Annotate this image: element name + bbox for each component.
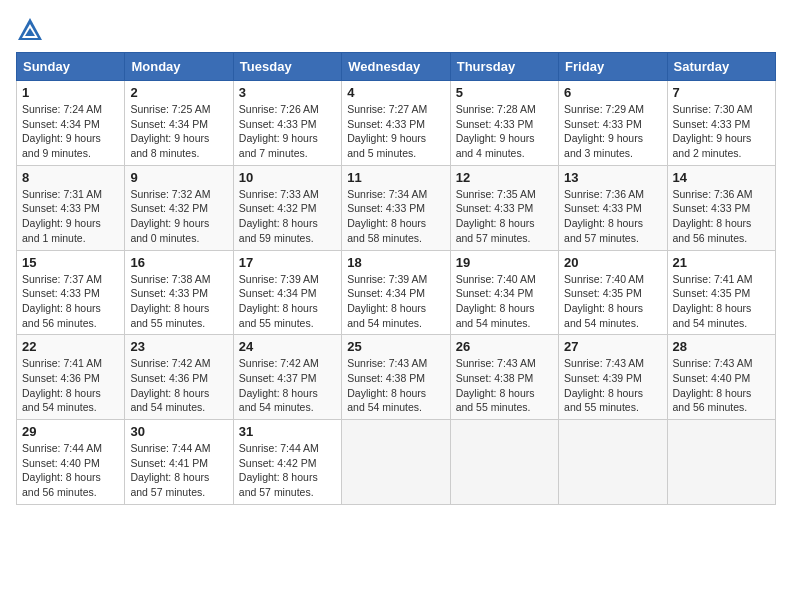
day-number: 3 <box>239 85 336 100</box>
day-number: 26 <box>456 339 553 354</box>
day-number: 17 <box>239 255 336 270</box>
day-number: 19 <box>456 255 553 270</box>
calendar-week-1: 1Sunrise: 7:24 AMSunset: 4:34 PMDaylight… <box>17 81 776 166</box>
day-detail: Sunrise: 7:36 AMSunset: 4:33 PMDaylight:… <box>673 187 770 246</box>
day-number: 16 <box>130 255 227 270</box>
calendar-cell: 14Sunrise: 7:36 AMSunset: 4:33 PMDayligh… <box>667 165 775 250</box>
day-number: 2 <box>130 85 227 100</box>
calendar-cell: 15Sunrise: 7:37 AMSunset: 4:33 PMDayligh… <box>17 250 125 335</box>
day-detail: Sunrise: 7:44 AMSunset: 4:41 PMDaylight:… <box>130 441 227 500</box>
calendar-cell: 30Sunrise: 7:44 AMSunset: 4:41 PMDayligh… <box>125 420 233 505</box>
day-number: 10 <box>239 170 336 185</box>
day-detail: Sunrise: 7:34 AMSunset: 4:33 PMDaylight:… <box>347 187 444 246</box>
day-number: 25 <box>347 339 444 354</box>
day-number: 22 <box>22 339 119 354</box>
day-number: 6 <box>564 85 661 100</box>
day-detail: Sunrise: 7:36 AMSunset: 4:33 PMDaylight:… <box>564 187 661 246</box>
day-detail: Sunrise: 7:42 AMSunset: 4:36 PMDaylight:… <box>130 356 227 415</box>
calendar-week-3: 15Sunrise: 7:37 AMSunset: 4:33 PMDayligh… <box>17 250 776 335</box>
calendar-cell: 12Sunrise: 7:35 AMSunset: 4:33 PMDayligh… <box>450 165 558 250</box>
calendar-cell: 6Sunrise: 7:29 AMSunset: 4:33 PMDaylight… <box>559 81 667 166</box>
day-number: 11 <box>347 170 444 185</box>
day-detail: Sunrise: 7:42 AMSunset: 4:37 PMDaylight:… <box>239 356 336 415</box>
calendar-cell: 11Sunrise: 7:34 AMSunset: 4:33 PMDayligh… <box>342 165 450 250</box>
calendar-table: SundayMondayTuesdayWednesdayThursdayFrid… <box>16 52 776 505</box>
calendar-cell: 9Sunrise: 7:32 AMSunset: 4:32 PMDaylight… <box>125 165 233 250</box>
day-number: 8 <box>22 170 119 185</box>
header-cell-sunday: Sunday <box>17 53 125 81</box>
day-detail: Sunrise: 7:43 AMSunset: 4:38 PMDaylight:… <box>456 356 553 415</box>
header-cell-tuesday: Tuesday <box>233 53 341 81</box>
calendar-cell: 16Sunrise: 7:38 AMSunset: 4:33 PMDayligh… <box>125 250 233 335</box>
calendar-cell: 4Sunrise: 7:27 AMSunset: 4:33 PMDaylight… <box>342 81 450 166</box>
day-number: 5 <box>456 85 553 100</box>
header-cell-wednesday: Wednesday <box>342 53 450 81</box>
day-detail: Sunrise: 7:29 AMSunset: 4:33 PMDaylight:… <box>564 102 661 161</box>
day-number: 15 <box>22 255 119 270</box>
logo-icon <box>16 16 44 44</box>
day-detail: Sunrise: 7:44 AMSunset: 4:42 PMDaylight:… <box>239 441 336 500</box>
day-number: 27 <box>564 339 661 354</box>
day-detail: Sunrise: 7:43 AMSunset: 4:38 PMDaylight:… <box>347 356 444 415</box>
calendar-cell: 21Sunrise: 7:41 AMSunset: 4:35 PMDayligh… <box>667 250 775 335</box>
calendar-cell: 18Sunrise: 7:39 AMSunset: 4:34 PMDayligh… <box>342 250 450 335</box>
calendar-cell: 19Sunrise: 7:40 AMSunset: 4:34 PMDayligh… <box>450 250 558 335</box>
day-number: 7 <box>673 85 770 100</box>
day-number: 29 <box>22 424 119 439</box>
calendar-week-2: 8Sunrise: 7:31 AMSunset: 4:33 PMDaylight… <box>17 165 776 250</box>
calendar-week-4: 22Sunrise: 7:41 AMSunset: 4:36 PMDayligh… <box>17 335 776 420</box>
calendar-cell: 8Sunrise: 7:31 AMSunset: 4:33 PMDaylight… <box>17 165 125 250</box>
calendar-cell: 22Sunrise: 7:41 AMSunset: 4:36 PMDayligh… <box>17 335 125 420</box>
calendar-cell: 29Sunrise: 7:44 AMSunset: 4:40 PMDayligh… <box>17 420 125 505</box>
calendar-cell: 23Sunrise: 7:42 AMSunset: 4:36 PMDayligh… <box>125 335 233 420</box>
day-number: 20 <box>564 255 661 270</box>
day-number: 18 <box>347 255 444 270</box>
header-cell-friday: Friday <box>559 53 667 81</box>
day-number: 1 <box>22 85 119 100</box>
calendar-cell: 31Sunrise: 7:44 AMSunset: 4:42 PMDayligh… <box>233 420 341 505</box>
calendar-cell <box>667 420 775 505</box>
day-detail: Sunrise: 7:32 AMSunset: 4:32 PMDaylight:… <box>130 187 227 246</box>
calendar-cell: 25Sunrise: 7:43 AMSunset: 4:38 PMDayligh… <box>342 335 450 420</box>
day-number: 4 <box>347 85 444 100</box>
header-cell-thursday: Thursday <box>450 53 558 81</box>
day-number: 14 <box>673 170 770 185</box>
day-number: 12 <box>456 170 553 185</box>
day-detail: Sunrise: 7:25 AMSunset: 4:34 PMDaylight:… <box>130 102 227 161</box>
calendar-cell: 13Sunrise: 7:36 AMSunset: 4:33 PMDayligh… <box>559 165 667 250</box>
day-number: 24 <box>239 339 336 354</box>
day-detail: Sunrise: 7:41 AMSunset: 4:36 PMDaylight:… <box>22 356 119 415</box>
calendar-cell: 5Sunrise: 7:28 AMSunset: 4:33 PMDaylight… <box>450 81 558 166</box>
calendar-cell: 2Sunrise: 7:25 AMSunset: 4:34 PMDaylight… <box>125 81 233 166</box>
day-number: 31 <box>239 424 336 439</box>
day-detail: Sunrise: 7:35 AMSunset: 4:33 PMDaylight:… <box>456 187 553 246</box>
header-cell-saturday: Saturday <box>667 53 775 81</box>
day-detail: Sunrise: 7:28 AMSunset: 4:33 PMDaylight:… <box>456 102 553 161</box>
calendar-cell: 20Sunrise: 7:40 AMSunset: 4:35 PMDayligh… <box>559 250 667 335</box>
day-detail: Sunrise: 7:39 AMSunset: 4:34 PMDaylight:… <box>347 272 444 331</box>
calendar-cell: 10Sunrise: 7:33 AMSunset: 4:32 PMDayligh… <box>233 165 341 250</box>
calendar-cell: 3Sunrise: 7:26 AMSunset: 4:33 PMDaylight… <box>233 81 341 166</box>
logo <box>16 16 48 44</box>
day-detail: Sunrise: 7:38 AMSunset: 4:33 PMDaylight:… <box>130 272 227 331</box>
calendar-week-5: 29Sunrise: 7:44 AMSunset: 4:40 PMDayligh… <box>17 420 776 505</box>
day-detail: Sunrise: 7:37 AMSunset: 4:33 PMDaylight:… <box>22 272 119 331</box>
day-detail: Sunrise: 7:40 AMSunset: 4:34 PMDaylight:… <box>456 272 553 331</box>
calendar-cell: 27Sunrise: 7:43 AMSunset: 4:39 PMDayligh… <box>559 335 667 420</box>
header-cell-monday: Monday <box>125 53 233 81</box>
day-detail: Sunrise: 7:44 AMSunset: 4:40 PMDaylight:… <box>22 441 119 500</box>
day-number: 28 <box>673 339 770 354</box>
day-detail: Sunrise: 7:40 AMSunset: 4:35 PMDaylight:… <box>564 272 661 331</box>
header-row: SundayMondayTuesdayWednesdayThursdayFrid… <box>17 53 776 81</box>
calendar-cell <box>342 420 450 505</box>
day-detail: Sunrise: 7:41 AMSunset: 4:35 PMDaylight:… <box>673 272 770 331</box>
day-detail: Sunrise: 7:27 AMSunset: 4:33 PMDaylight:… <box>347 102 444 161</box>
day-detail: Sunrise: 7:30 AMSunset: 4:33 PMDaylight:… <box>673 102 770 161</box>
calendar-cell <box>450 420 558 505</box>
header <box>16 16 776 44</box>
calendar-cell: 26Sunrise: 7:43 AMSunset: 4:38 PMDayligh… <box>450 335 558 420</box>
day-number: 23 <box>130 339 227 354</box>
day-detail: Sunrise: 7:31 AMSunset: 4:33 PMDaylight:… <box>22 187 119 246</box>
calendar-cell <box>559 420 667 505</box>
day-number: 9 <box>130 170 227 185</box>
